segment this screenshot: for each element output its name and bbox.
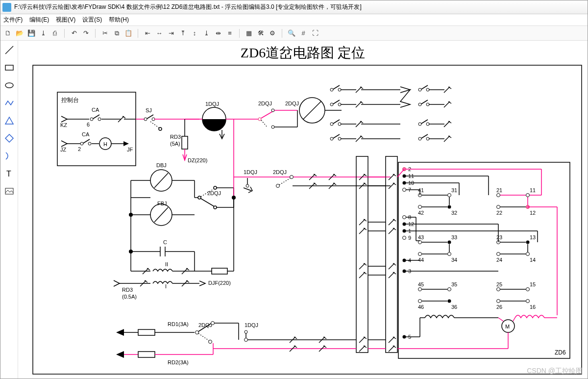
- grid-icon[interactable]: ▦: [245, 29, 253, 38]
- svg-point-123: [246, 184, 249, 187]
- paste-icon[interactable]: 📋: [124, 29, 133, 38]
- redo-icon[interactable]: ↷: [81, 29, 90, 38]
- menu-view[interactable]: 视图(V): [56, 16, 75, 24]
- svg-text:15: 15: [530, 281, 536, 287]
- svg-rect-239: [138, 352, 155, 357]
- window-title: F:\浮云科技\浮云绘图\发布\FYDraw SDK\4 数据文件示例\12 Z…: [14, 3, 362, 11]
- open-icon[interactable]: 📂: [15, 29, 24, 38]
- svg-text:36: 36: [451, 304, 457, 310]
- svg-marker-3: [5, 117, 13, 124]
- svg-marker-237: [116, 351, 124, 358]
- title-bar: F:\浮云科技\浮云绘图\发布\FYDraw SDK\4 数据文件示例\12 Z…: [0, 0, 588, 14]
- new-icon[interactable]: 🗋: [3, 29, 12, 38]
- export-icon[interactable]: ⤓: [39, 29, 48, 38]
- polyline-tool-icon[interactable]: [4, 98, 15, 108]
- svg-line-127: [279, 178, 291, 185]
- tools-icon[interactable]: 🛠: [256, 29, 265, 38]
- svg-text:34: 34: [451, 257, 457, 263]
- diagram-canvas[interactable]: ZD6道岔电路图 定位 .blk{stroke:#000;fill:none;s…: [18, 41, 588, 379]
- svg-text:26: 26: [496, 304, 502, 310]
- svg-text:13: 13: [530, 234, 536, 240]
- circuit-diagram: .blk{stroke:#000;fill:none;stroke-width:…: [18, 41, 587, 379]
- align-middle-icon[interactable]: ↕: [190, 29, 199, 38]
- label-control-panel: 控制台: [61, 97, 79, 103]
- svg-text:II: II: [165, 261, 168, 267]
- image-tool-icon[interactable]: [4, 186, 15, 197]
- svg-text:22: 22: [496, 210, 502, 216]
- svg-rect-139: [398, 162, 570, 358]
- svg-text:41: 41: [418, 187, 424, 193]
- print-icon[interactable]: ⎙: [50, 29, 59, 38]
- undo-icon[interactable]: ↶: [70, 29, 78, 38]
- svg-line-43: [261, 111, 273, 118]
- svg-text:M: M: [505, 324, 510, 329]
- ellipse-tool-icon[interactable]: [4, 80, 15, 91]
- svg-point-106: [129, 250, 133, 253]
- svg-rect-57: [182, 136, 188, 149]
- triangle-tool-icon[interactable]: [4, 115, 15, 126]
- svg-line-36: [150, 122, 159, 128]
- svg-text:DJF(220): DJF(220): [208, 280, 231, 286]
- svg-text:25: 25: [496, 281, 502, 287]
- svg-line-46: [261, 120, 267, 127]
- menu-help[interactable]: 帮助(H): [109, 16, 129, 24]
- svg-text:I: I: [165, 283, 167, 289]
- separator: [138, 29, 138, 38]
- svg-point-234: [245, 330, 247, 333]
- svg-text:RD3: RD3: [122, 287, 133, 293]
- menu-file[interactable]: 文件(F): [3, 16, 23, 24]
- ruler-icon[interactable]: #: [299, 29, 308, 38]
- svg-rect-225: [138, 329, 155, 335]
- svg-line-93: [201, 199, 214, 206]
- svg-text:12: 12: [530, 210, 536, 216]
- svg-point-94: [214, 206, 217, 209]
- svg-text:CA: CA: [92, 107, 99, 113]
- text-tool-icon[interactable]: T: [4, 168, 15, 179]
- copy-icon[interactable]: ⧉: [112, 29, 121, 38]
- rect-tool-icon[interactable]: [4, 62, 15, 73]
- align-right-icon[interactable]: ⇥: [167, 29, 175, 38]
- svg-text:JZ: JZ: [60, 147, 67, 152]
- svg-line-84: [154, 207, 168, 222]
- svg-text:16: 16: [530, 304, 536, 310]
- app-window: F:\浮云科技\浮云绘图\发布\FYDraw SDK\4 数据文件示例\12 Z…: [0, 0, 588, 379]
- toolbar: 🗋 📂 💾 ⤓ ⎙ ↶ ↷ ✂ ⧉ 📋 ⇤ ↔ ⇥ ⤒ ↕ ⤓ ⇹ ≡ ▦ 🛠 …: [0, 26, 588, 41]
- align-bottom-icon[interactable]: ⤓: [202, 29, 211, 38]
- fullscreen-icon[interactable]: ⛶: [311, 29, 319, 38]
- separator: [282, 29, 282, 38]
- svg-text:32: 32: [451, 210, 457, 216]
- svg-text:35: 35: [451, 281, 457, 287]
- distribute-h-icon[interactable]: ⇹: [214, 29, 222, 38]
- save-icon[interactable]: 💾: [27, 29, 36, 38]
- svg-text:H: H: [103, 141, 107, 147]
- cut-icon[interactable]: ✂: [100, 29, 109, 38]
- svg-text:RD3: RD3: [170, 134, 181, 140]
- separator: [95, 29, 96, 38]
- watermark: CSDN @工控绘图: [527, 367, 583, 376]
- svg-text:42: 42: [418, 210, 424, 216]
- align-center-icon[interactable]: ↔: [155, 29, 164, 38]
- gear-icon[interactable]: ⚙: [268, 29, 277, 38]
- svg-text:JF: JF: [127, 147, 133, 152]
- svg-line-230: [198, 333, 209, 341]
- menu-settings[interactable]: 设置(S): [82, 16, 102, 24]
- align-top-icon[interactable]: ⤒: [178, 29, 187, 38]
- svg-text:43: 43: [418, 234, 424, 240]
- svg-text:2DQJ: 2DQJ: [258, 101, 272, 106]
- svg-text:46: 46: [418, 304, 424, 310]
- svg-point-44: [271, 109, 274, 112]
- svg-marker-4: [5, 134, 13, 142]
- distribute-v-icon[interactable]: ≡: [225, 29, 234, 38]
- separator: [239, 29, 240, 38]
- svg-rect-112: [212, 268, 227, 274]
- zoom-icon[interactable]: 🔍: [287, 29, 296, 38]
- svg-text:24: 24: [496, 257, 502, 263]
- line-tool-icon[interactable]: [4, 45, 15, 55]
- menu-edit[interactable]: 编辑(E): [29, 16, 49, 24]
- arc-tool-icon[interactable]: [4, 151, 15, 161]
- diamond-tool-icon[interactable]: [4, 133, 15, 144]
- svg-text:44: 44: [418, 257, 424, 263]
- svg-text:11: 11: [530, 187, 536, 193]
- align-left-icon[interactable]: ⇤: [143, 29, 152, 38]
- svg-text:21: 21: [496, 187, 502, 193]
